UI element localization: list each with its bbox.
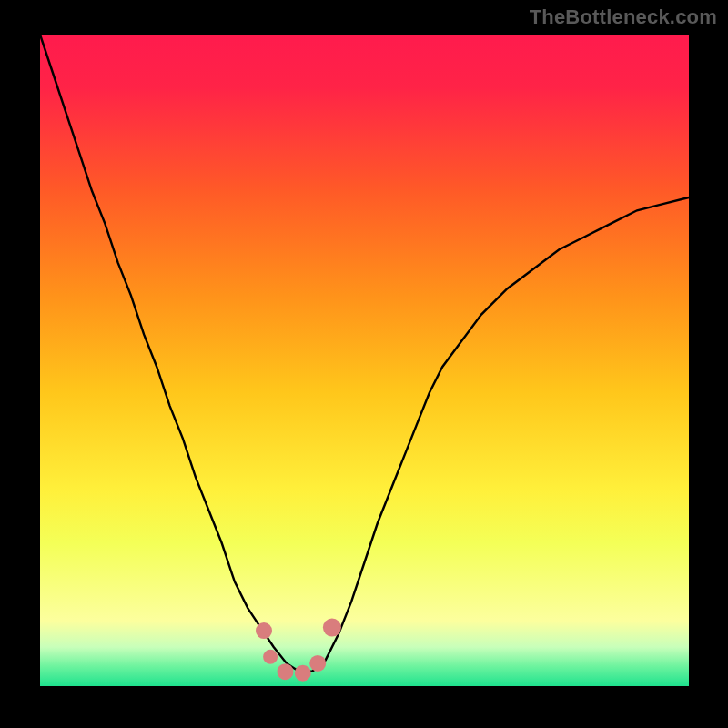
marker-dot [278, 663, 294, 680]
marker-dot [309, 655, 326, 672]
plot-background [40, 35, 689, 686]
marker-dot [323, 619, 341, 637]
watermark-text: TheBottleneck.com [530, 5, 717, 29]
marker-dot [256, 622, 272, 639]
bottleneck-chart [0, 0, 728, 728]
marker-dot [263, 650, 278, 664]
marker-dot [295, 665, 311, 682]
chart-container: TheBottleneck.com [0, 0, 728, 728]
